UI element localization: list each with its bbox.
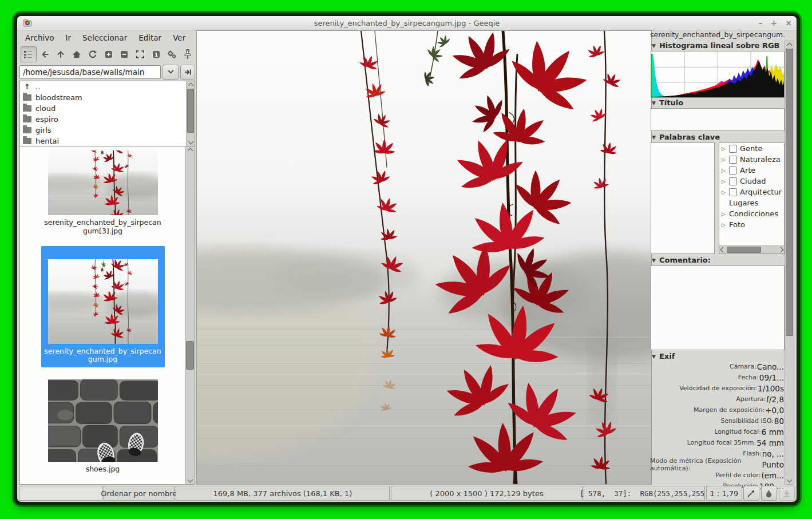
color-managed-button[interactable]	[761, 486, 777, 501]
collapse-triangle-icon: ▼	[652, 100, 656, 106]
comment-textarea[interactable]	[651, 266, 785, 350]
keywords-h-scrollbar[interactable]	[719, 245, 784, 253]
maximize-button[interactable]: +	[771, 19, 778, 27]
keyword-row[interactable]: ▷ Ciudad	[719, 176, 784, 187]
thumbnails-toggle-button[interactable]	[21, 46, 37, 62]
folder-row[interactable]: girls	[20, 125, 187, 136]
color-picker-button[interactable]	[743, 486, 759, 501]
histogram-panel[interactable]	[651, 51, 785, 98]
titlebar[interactable]: serenity_enchanted_by_sirpecangum.jpg - …	[17, 16, 797, 30]
keyword-checkbox[interactable]	[729, 167, 737, 175]
menu-editar[interactable]: Editar	[133, 31, 167, 44]
zoom-out-button[interactable]	[117, 47, 132, 62]
path-go-button[interactable]	[180, 65, 195, 80]
folder-row-parent[interactable]: ↑ ..	[20, 81, 187, 92]
keyword-checkbox[interactable]	[729, 188, 737, 196]
keyword-row[interactable]: Lugares	[719, 197, 784, 208]
expander-icon[interactable]: ▷	[721, 157, 726, 163]
folder-list: ↑ .. bloodstream cloud	[19, 81, 195, 146]
folder-label: hentai	[35, 137, 59, 145]
title-textarea[interactable]	[651, 108, 785, 131]
exif-label: Longitud focal 35mm:	[687, 439, 756, 446]
zoom-in-button[interactable]	[101, 47, 116, 62]
menu-ver[interactable]: Ver	[167, 31, 191, 44]
preferences-button[interactable]	[165, 47, 180, 62]
folder-row[interactable]: bloodstream	[20, 92, 187, 103]
expander-icon[interactable]: ▷	[721, 189, 726, 195]
scroll-down-icon[interactable]	[785, 477, 794, 484]
keywords-section-label: Palabras clave	[659, 133, 720, 141]
up-button[interactable]	[53, 47, 68, 62]
path-history-dropdown[interactable]	[163, 65, 179, 80]
exif-value: Punto	[762, 460, 784, 469]
menu-archivo[interactable]: Archivo	[19, 31, 60, 44]
thumbnail-item[interactable]: serenity_enchanted_by_sirpecangum[3].jpg	[41, 148, 165, 239]
expander-icon[interactable]: ▷	[721, 168, 726, 173]
folder-row[interactable]: cloud	[20, 103, 187, 114]
home-button[interactable]	[69, 47, 84, 62]
keyword-checkbox[interactable]	[729, 156, 737, 164]
thumbnail-item-selected[interactable]: serenity_enchanted_by_sirpecangum.jpg	[41, 246, 165, 368]
keyword-row[interactable]: ▷ Arte	[719, 165, 784, 176]
folder-scrollbar[interactable]	[186, 81, 195, 146]
exif-label: Modo de métrica (Exposición automática):	[650, 457, 761, 472]
exif-value: Cano...	[757, 362, 784, 371]
svg-text:1: 1	[154, 51, 158, 58]
scroll-down-icon[interactable]	[187, 139, 195, 146]
expander-icon[interactable]: ▷	[721, 146, 726, 152]
folder-row[interactable]: espiro	[20, 114, 187, 125]
scroll-right-icon[interactable]	[777, 246, 784, 253]
scroll-left-icon[interactable]	[719, 246, 726, 253]
close-button[interactable]: ×	[785, 19, 792, 27]
scroll-down-icon[interactable]	[185, 477, 195, 484]
sidebar-scrollbar[interactable]	[785, 41, 794, 485]
histogram-section-header[interactable]: ▼ Histograma lineal sobre RGB	[650, 41, 785, 50]
image-view[interactable]	[196, 30, 652, 485]
menu-ir[interactable]: Ir	[60, 31, 77, 44]
thumbnail-caption: shoes.jpg	[43, 465, 163, 474]
folder-label: espiro	[35, 115, 58, 124]
scroll-up-icon[interactable]	[187, 81, 195, 88]
keyword-checkbox[interactable]	[729, 177, 737, 185]
keyword-row[interactable]: ▷ Naturaleza	[719, 154, 784, 165]
minimize-button[interactable]: –	[759, 19, 763, 27]
parent-dir-icon: ↑	[23, 82, 31, 91]
keyword-label: Ciudad	[740, 177, 766, 185]
thumbnail-scrollbar[interactable]	[185, 146, 195, 484]
collapse-triangle-icon: ▼	[652, 257, 656, 263]
exif-section-header[interactable]: ▼ Exif	[650, 351, 785, 361]
folder-icon	[23, 94, 31, 101]
expander-icon[interactable]: ▷	[721, 222, 726, 228]
scroll-up-icon[interactable]	[785, 41, 794, 48]
menu-seleccionar[interactable]: Seleccionar	[77, 31, 133, 44]
exif-label: Flash:	[743, 450, 762, 457]
keyword-row[interactable]: ▷ Gente	[719, 143, 784, 154]
thumbnail-item[interactable]: shoes.jpg	[41, 377, 165, 477]
keyword-row[interactable]: ▷ Condicciones	[719, 208, 784, 219]
zoom-fit-button[interactable]	[133, 47, 148, 62]
progress-area	[19, 486, 102, 501]
keywords-section-header[interactable]: ▼ Palabras clave	[650, 132, 785, 142]
float-panel-button[interactable]	[180, 47, 195, 62]
keywords-textarea[interactable]	[651, 142, 715, 254]
exif-section-label: Exif	[659, 352, 675, 360]
title-section-header[interactable]: ▼ Título	[650, 98, 785, 108]
back-button[interactable]	[38, 47, 53, 62]
expander-icon[interactable]: ▷	[721, 179, 726, 184]
scroll-up-icon[interactable]	[185, 146, 195, 153]
folder-row[interactable]: hentai	[20, 136, 187, 146]
save-metadata-button[interactable]	[779, 486, 795, 501]
keyword-row[interactable]: ▷ Arquitectur	[719, 187, 784, 197]
zoom-ratio[interactable]: 1 : 1,79	[706, 486, 742, 501]
exif-row: Margen de exposición: +0,0	[650, 405, 784, 415]
keyword-row[interactable]: ▷ Foto	[719, 219, 784, 230]
refresh-button[interactable]	[85, 47, 100, 62]
keyword-checkbox[interactable]	[729, 145, 737, 153]
thumbnail-caption: serenity_enchanted_by_sirpecangum.jpg	[43, 347, 163, 365]
expander-icon[interactable]: ▷	[721, 211, 726, 217]
window-content: Archivo Ir Seleccionar Editar Ver Ayuda	[17, 30, 797, 485]
sort-button[interactable]: Ordenar por nombre	[104, 486, 175, 501]
zoom-original-button[interactable]: 1	[149, 47, 164, 62]
path-input[interactable]: /home/jesusda/base/walls/main	[19, 65, 161, 79]
comment-section-header[interactable]: ▼ Comentario:	[650, 255, 785, 265]
